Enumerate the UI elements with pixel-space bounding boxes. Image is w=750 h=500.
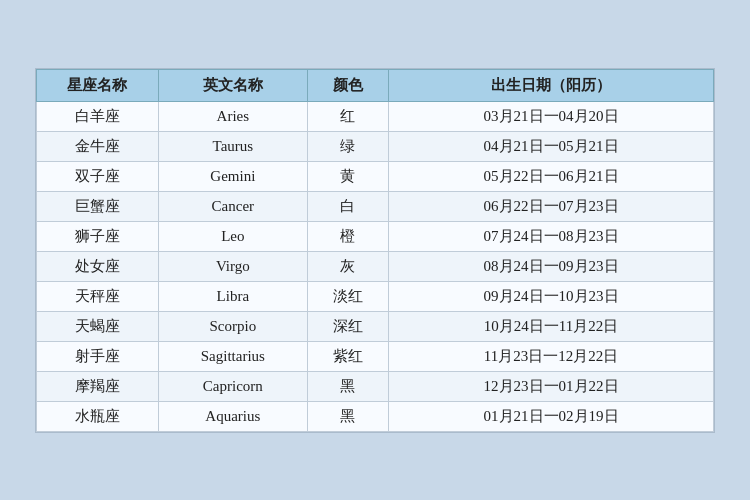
cell-zh: 巨蟹座 bbox=[37, 191, 159, 221]
cell-color: 深红 bbox=[307, 311, 388, 341]
table-row: 狮子座Leo橙07月24日一08月23日 bbox=[37, 221, 714, 251]
cell-color: 黄 bbox=[307, 161, 388, 191]
cell-color: 绿 bbox=[307, 131, 388, 161]
cell-en: Virgo bbox=[158, 251, 307, 281]
cell-zh: 处女座 bbox=[37, 251, 159, 281]
cell-zh: 狮子座 bbox=[37, 221, 159, 251]
header-en: 英文名称 bbox=[158, 69, 307, 101]
cell-date: 06月22日一07月23日 bbox=[389, 191, 714, 221]
header-color: 颜色 bbox=[307, 69, 388, 101]
cell-date: 09月24日一10月23日 bbox=[389, 281, 714, 311]
cell-zh: 金牛座 bbox=[37, 131, 159, 161]
cell-color: 紫红 bbox=[307, 341, 388, 371]
cell-date: 11月23日一12月22日 bbox=[389, 341, 714, 371]
zodiac-table: 星座名称 英文名称 颜色 出生日期（阳历） 白羊座Aries红03月21日一04… bbox=[35, 68, 715, 433]
table-row: 射手座Sagittarius紫红11月23日一12月22日 bbox=[37, 341, 714, 371]
cell-zh: 白羊座 bbox=[37, 101, 159, 131]
cell-en: Capricorn bbox=[158, 371, 307, 401]
table-row: 双子座Gemini黄05月22日一06月21日 bbox=[37, 161, 714, 191]
cell-date: 01月21日一02月19日 bbox=[389, 401, 714, 431]
table-row: 处女座Virgo灰08月24日一09月23日 bbox=[37, 251, 714, 281]
cell-en: Scorpio bbox=[158, 311, 307, 341]
table-row: 摩羯座Capricorn黑12月23日一01月22日 bbox=[37, 371, 714, 401]
cell-en: Cancer bbox=[158, 191, 307, 221]
cell-date: 05月22日一06月21日 bbox=[389, 161, 714, 191]
cell-color: 黑 bbox=[307, 371, 388, 401]
cell-zh: 水瓶座 bbox=[37, 401, 159, 431]
cell-zh: 天秤座 bbox=[37, 281, 159, 311]
cell-en: Taurus bbox=[158, 131, 307, 161]
table-row: 白羊座Aries红03月21日一04月20日 bbox=[37, 101, 714, 131]
cell-color: 红 bbox=[307, 101, 388, 131]
cell-en: Gemini bbox=[158, 161, 307, 191]
cell-color: 灰 bbox=[307, 251, 388, 281]
cell-date: 10月24日一11月22日 bbox=[389, 311, 714, 341]
cell-color: 白 bbox=[307, 191, 388, 221]
cell-en: Sagittarius bbox=[158, 341, 307, 371]
cell-date: 08月24日一09月23日 bbox=[389, 251, 714, 281]
cell-en: Aries bbox=[158, 101, 307, 131]
header-zh: 星座名称 bbox=[37, 69, 159, 101]
cell-date: 03月21日一04月20日 bbox=[389, 101, 714, 131]
cell-en: Libra bbox=[158, 281, 307, 311]
cell-date: 12月23日一01月22日 bbox=[389, 371, 714, 401]
table-row: 天秤座Libra淡红09月24日一10月23日 bbox=[37, 281, 714, 311]
table-row: 水瓶座Aquarius黑01月21日一02月19日 bbox=[37, 401, 714, 431]
table-row: 金牛座Taurus绿04月21日一05月21日 bbox=[37, 131, 714, 161]
table-header-row: 星座名称 英文名称 颜色 出生日期（阳历） bbox=[37, 69, 714, 101]
cell-zh: 射手座 bbox=[37, 341, 159, 371]
cell-en: Aquarius bbox=[158, 401, 307, 431]
cell-color: 橙 bbox=[307, 221, 388, 251]
table-row: 天蝎座Scorpio深红10月24日一11月22日 bbox=[37, 311, 714, 341]
cell-en: Leo bbox=[158, 221, 307, 251]
cell-zh: 天蝎座 bbox=[37, 311, 159, 341]
cell-zh: 双子座 bbox=[37, 161, 159, 191]
cell-zh: 摩羯座 bbox=[37, 371, 159, 401]
cell-date: 04月21日一05月21日 bbox=[389, 131, 714, 161]
table-row: 巨蟹座Cancer白06月22日一07月23日 bbox=[37, 191, 714, 221]
header-date: 出生日期（阳历） bbox=[389, 69, 714, 101]
cell-color: 黑 bbox=[307, 401, 388, 431]
cell-color: 淡红 bbox=[307, 281, 388, 311]
cell-date: 07月24日一08月23日 bbox=[389, 221, 714, 251]
